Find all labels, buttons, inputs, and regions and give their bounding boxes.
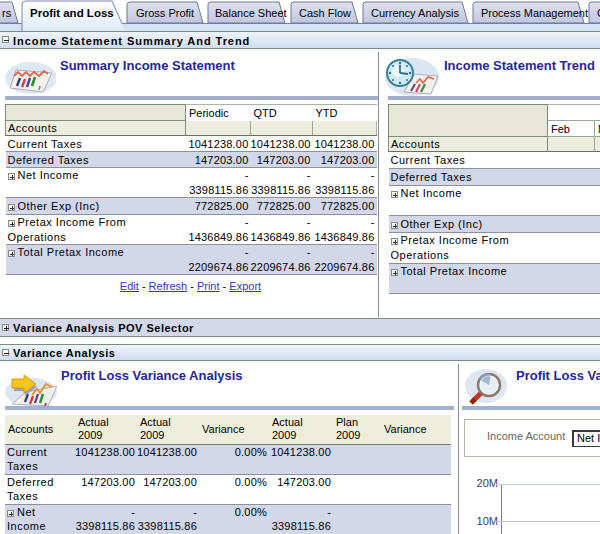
svg-text:Currency Analysis: Currency Analysis	[371, 7, 460, 19]
svg-text:Balance Sheet: Balance Sheet	[215, 7, 287, 19]
svg-text:Gross Profit: Gross Profit	[136, 7, 194, 19]
svg-text:Process Management: Process Management	[481, 7, 588, 19]
svg-text:rs: rs	[2, 7, 12, 19]
svg-text:Profit and Loss: Profit and Loss	[30, 7, 114, 19]
svg-text:Cash Flow: Cash Flow	[299, 7, 351, 19]
